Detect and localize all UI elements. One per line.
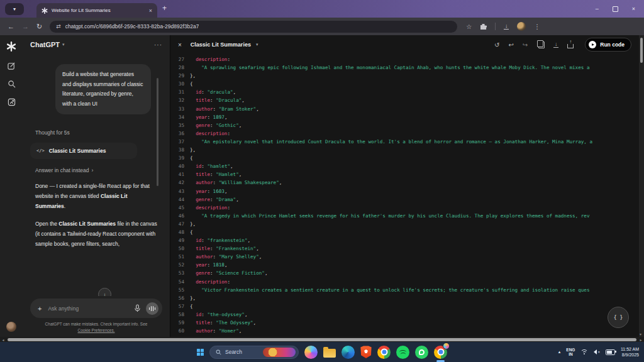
browser-toolbar: ← → ↻ ⇄ chatgpt.com/c/6896db6f-259c-8333… bbox=[0, 18, 644, 35]
edge-icon[interactable] bbox=[341, 346, 355, 359]
reload-button[interactable]: ↻ bbox=[36, 23, 42, 31]
tab-search-button[interactable]: ▾ bbox=[5, 3, 24, 15]
taskbar-search[interactable]: Search bbox=[209, 346, 299, 359]
code-line: 60 author: "Homer", bbox=[170, 327, 639, 335]
thought-duration-label[interactable]: Thought for 5s bbox=[35, 129, 170, 136]
user-avatar[interactable] bbox=[6, 322, 16, 332]
code-line: 37 "An epistolary novel that introduced … bbox=[170, 138, 639, 146]
brave-icon[interactable] bbox=[360, 346, 372, 358]
chatgpt-logo-icon bbox=[6, 41, 16, 52]
version-history-icon[interactable]: ↺ bbox=[494, 41, 499, 48]
window-controls: – × bbox=[596, 0, 640, 18]
code-line: 44 genre: "Drama", bbox=[170, 195, 639, 204]
code-line: 32 title: "Dracula", bbox=[170, 96, 639, 104]
download-icon[interactable]: ↓ bbox=[553, 42, 558, 48]
cookie-preferences-link[interactable]: Cookie Preferences. bbox=[78, 328, 115, 332]
library-icon[interactable] bbox=[8, 98, 16, 106]
chat-input-bar: + bbox=[30, 299, 162, 318]
search-icon[interactable] bbox=[8, 80, 16, 88]
url-bar[interactable]: ⇄ chatgpt.com/c/6896db6f-259c-8333-82ba-… bbox=[50, 21, 457, 33]
code-line: 41 title: "Hamlet", bbox=[170, 170, 639, 178]
code-line: 27 description: bbox=[170, 55, 639, 63]
language-indicator[interactable]: ENGIN bbox=[566, 348, 575, 357]
scroll-to-bottom-button[interactable]: ↓ bbox=[98, 288, 111, 296]
code-line: 47}, bbox=[170, 220, 639, 228]
spotify-icon[interactable] bbox=[396, 346, 409, 359]
chat-header: ChatGPT ▾ ··· bbox=[23, 35, 170, 54]
code-line: 56}, bbox=[170, 294, 639, 302]
clock[interactable]: 11:52 AM8/9/2025 bbox=[621, 346, 639, 358]
chat-scrollbar[interactable] bbox=[157, 78, 158, 186]
browser-profile-avatar[interactable] bbox=[517, 22, 526, 31]
canvas-panel: × Classic Lit Summaries ▾ ↺ ↩ ↪ ↓ Run co… bbox=[170, 35, 639, 337]
wifi-icon[interactable] bbox=[580, 349, 588, 355]
copilot-icon[interactable] bbox=[304, 346, 318, 359]
code-line: 40 id: "hamlet", bbox=[170, 162, 639, 170]
chrome-icon[interactable] bbox=[377, 346, 391, 359]
canvas-console-button[interactable]: { } bbox=[608, 307, 629, 328]
canvas-scrollbar-thumb[interactable] bbox=[640, 38, 643, 63]
volume-muted-icon[interactable]: × bbox=[594, 349, 600, 354]
toolbar-divider bbox=[495, 23, 496, 30]
canvas-scrollbar[interactable]: ▾ bbox=[639, 35, 644, 337]
user-message-bubble: Build a website that generates and displ… bbox=[55, 64, 151, 114]
chrome-active-icon[interactable] bbox=[434, 346, 447, 359]
code-line: 34 year: 1897, bbox=[170, 113, 639, 121]
search-festive-graphic bbox=[263, 348, 296, 357]
share-icon[interactable] bbox=[567, 44, 574, 48]
answer-in-chat-link[interactable]: Answer in chat instead › bbox=[35, 167, 170, 173]
undo-icon[interactable]: ↩ bbox=[508, 41, 513, 48]
browser-tab[interactable]: Website for Lit Summaries × bbox=[36, 3, 157, 18]
code-line: 51 author: "Mary Shelley", bbox=[170, 253, 639, 261]
code-line: 35 genre: "Gothic", bbox=[170, 121, 639, 129]
model-selector[interactable]: ChatGPT bbox=[30, 41, 60, 48]
code-line: 33 author: "Bram Stoker", bbox=[170, 105, 639, 113]
scroll-down-arrow-icon[interactable]: ▾ bbox=[640, 332, 641, 336]
system-tray: ▴ ENGIN × 11:52 AM8/9/2025 bbox=[558, 342, 639, 362]
copy-icon[interactable] bbox=[538, 41, 545, 48]
redo-icon[interactable]: ↪ bbox=[523, 41, 528, 48]
attach-plus-icon[interactable]: + bbox=[38, 305, 42, 312]
new-tab-button[interactable]: + bbox=[162, 4, 167, 13]
code-line: 28 "A sprawling seafaring epic following… bbox=[170, 63, 639, 72]
code-line: 36 description: bbox=[170, 129, 639, 138]
back-button[interactable]: ← bbox=[8, 23, 14, 30]
code-line: 55 "Victor Frankenstein creates a sentie… bbox=[170, 286, 639, 294]
site-info-icon[interactable]: ⇄ bbox=[56, 23, 61, 30]
battery-icon[interactable] bbox=[606, 349, 615, 355]
canvas-close-icon[interactable]: × bbox=[178, 41, 182, 48]
chat-input[interactable] bbox=[47, 305, 129, 312]
page-horizontal-scrollbar[interactable]: ◂ ▸ bbox=[0, 337, 644, 342]
canvas-file-card[interactable]: </> Classic Lit Summaries bbox=[30, 143, 137, 159]
browser-menu-icon[interactable]: ⋮ bbox=[534, 23, 540, 30]
code-line: 49 id: "frankenstein", bbox=[170, 236, 639, 244]
file-explorer-icon[interactable] bbox=[323, 349, 336, 358]
window-maximize-button[interactable] bbox=[613, 6, 618, 12]
scroll-right-arrow-icon[interactable]: ▸ bbox=[638, 337, 644, 342]
downloads-icon[interactable]: ↓ bbox=[504, 24, 509, 30]
conversation-options-icon[interactable]: ··· bbox=[154, 41, 162, 48]
scroll-left-arrow-icon[interactable]: ◂ bbox=[0, 337, 6, 342]
chatgpt-favicon-icon bbox=[42, 8, 48, 14]
code-editor[interactable]: 27 description:28 "A sprawling seafaring… bbox=[170, 54, 639, 337]
extensions-icon[interactable] bbox=[480, 23, 487, 30]
code-line: 48{ bbox=[170, 228, 639, 236]
forward-button[interactable]: → bbox=[22, 23, 29, 30]
bookmark-star-icon[interactable]: ☆ bbox=[466, 23, 472, 30]
code-line: 43 year: 1603, bbox=[170, 187, 639, 195]
start-button[interactable] bbox=[197, 349, 204, 356]
window-close-button[interactable]: × bbox=[632, 6, 635, 12]
window-minimize-button[interactable]: – bbox=[596, 6, 599, 12]
run-code-button[interactable]: Run code bbox=[585, 38, 631, 52]
canvas-title[interactable]: Classic Lit Summaries bbox=[191, 41, 251, 48]
voice-mode-button[interactable] bbox=[146, 302, 158, 315]
chatgpt-sidebar-rail bbox=[0, 35, 23, 337]
horizontal-scrollbar-thumb[interactable] bbox=[8, 338, 636, 341]
whatsapp-icon[interactable] bbox=[415, 346, 428, 359]
chevron-down-icon: ▾ bbox=[62, 42, 65, 47]
code-line: 46 "A tragedy in which Prince Hamlet see… bbox=[170, 212, 639, 220]
new-chat-icon[interactable] bbox=[8, 62, 16, 70]
tab-close-icon[interactable]: × bbox=[149, 8, 152, 14]
microphone-icon[interactable] bbox=[134, 304, 141, 312]
hidden-icons-chevron[interactable]: ▴ bbox=[558, 349, 561, 354]
